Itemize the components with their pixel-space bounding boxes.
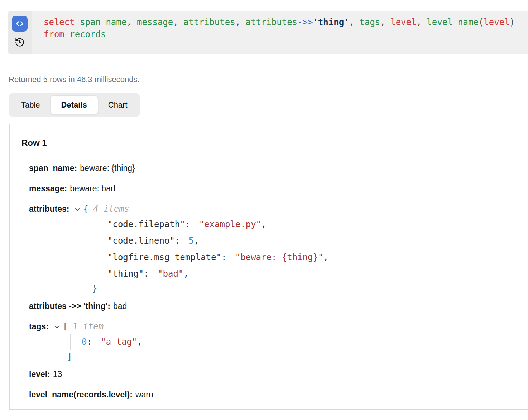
query-status-text: Returned 5 rows in 46.3 milliseconds. <box>9 75 140 84</box>
attributes-json-body: "code.filepath": "example.py", "code.lin… <box>96 216 514 282</box>
field-value: bad <box>113 301 127 311</box>
json-colon: : <box>185 219 199 229</box>
field-label: attributes ->> 'thing': <box>29 301 110 311</box>
json-value: 5 <box>189 236 194 246</box>
json-entry: "code.filepath": "example.py", <box>107 216 514 233</box>
json-key: "code.lineno" <box>107 236 175 246</box>
sql-token-punct: , <box>416 17 421 27</box>
json-comma: , <box>194 236 199 246</box>
json-key: "thing" <box>107 269 144 279</box>
json-colon: : <box>175 236 189 246</box>
tags-json-head: tags: [ 1 item <box>29 322 514 331</box>
field-label: message: <box>29 184 67 193</box>
field-label: attributes: <box>29 204 69 214</box>
sql-line-2: from records <box>44 28 524 40</box>
tab-chart[interactable]: Chart <box>98 95 138 115</box>
sql-editor-input[interactable]: select span_name, message, attributes, a… <box>32 11 528 54</box>
field-label: tags: <box>29 322 49 331</box>
open-bracket: [ <box>63 322 68 331</box>
json-value: "a tag" <box>101 337 137 347</box>
json-value: "bad" <box>158 269 183 279</box>
item-count: 1 item <box>72 322 104 331</box>
sql-token-identifier: tags <box>354 17 380 27</box>
sql-token-identifier: attributes <box>240 17 297 27</box>
json-comma: , <box>137 337 142 347</box>
sql-token-string: 'thing' <box>313 17 349 27</box>
json-colon: : <box>221 252 235 262</box>
sql-token-punct: ) <box>510 17 515 27</box>
open-brace: { <box>83 204 88 214</box>
history-icon <box>15 37 25 47</box>
field-label: level: <box>29 369 50 379</box>
field-level: level:13 <box>29 369 514 379</box>
sql-token-identifier: span_name <box>75 17 127 27</box>
json-index: 0 <box>82 337 87 347</box>
sql-token-identifier: records <box>64 29 106 39</box>
field-value: beware: bad <box>70 184 115 193</box>
row-header: Row 1 <box>21 138 514 148</box>
json-entry: "thing": "bad", <box>107 266 514 282</box>
sql-token-punct: , <box>380 17 385 27</box>
view-tabs: Table Details Chart <box>9 93 140 117</box>
code-icon <box>15 19 24 28</box>
sql-token-identifier: level_name <box>422 17 479 27</box>
code-editor-button[interactable] <box>12 16 28 32</box>
query-editor-gutter <box>8 11 32 54</box>
close-bracket: ] <box>67 350 514 363</box>
item-count: 4 items <box>93 204 129 214</box>
sql-token-punct: , <box>126 17 131 27</box>
sql-token-punct: , <box>173 17 178 27</box>
sql-token-punct: , <box>235 17 240 27</box>
field-attributes: attributes: { 4 items "code.filepath": "… <box>29 204 514 295</box>
json-comma: , <box>323 252 328 262</box>
sql-token-keyword: level <box>484 17 509 27</box>
json-colon: : <box>87 337 101 347</box>
close-brace: } <box>92 282 514 295</box>
sql-token-identifier: message <box>132 17 173 27</box>
chevron-down-icon[interactable] <box>74 206 81 213</box>
query-history-button[interactable] <box>14 37 25 48</box>
tags-json-body: 0: "a tag", <box>70 334 514 350</box>
json-value: "beware: {thing}" <box>235 252 323 262</box>
field-tags: tags: [ 1 item 0: "a tag", ] <box>29 322 514 363</box>
sql-line-1: select span_name, message, attributes, a… <box>44 16 524 28</box>
field-label: level_name(records.level): <box>29 390 133 399</box>
field-span-name: span_name:beware: {thing} <box>29 163 514 173</box>
chevron-down-icon[interactable] <box>54 324 60 330</box>
details-panel: Row 1 span_name:beware: {thing} message:… <box>9 124 528 410</box>
field-value: beware: {thing} <box>80 163 135 173</box>
page: select span_name, message, attributes, a… <box>0 0 528 420</box>
field-attributes-thing: attributes ->> 'thing':bad <box>29 301 514 311</box>
field-label: span_name: <box>29 163 77 173</box>
field-value: 13 <box>53 369 62 379</box>
sql-token-operator: ->> <box>297 17 313 27</box>
json-value: "example.py" <box>199 219 261 229</box>
sql-token-punct: ( <box>479 17 484 27</box>
field-value: warn <box>135 390 153 399</box>
json-key: "logfire.msg_template" <box>107 252 221 262</box>
json-colon: : <box>144 269 158 279</box>
sql-token-punct: , <box>349 17 354 27</box>
row-fields: span_name:beware: {thing} message:beware… <box>29 163 514 400</box>
sql-token-keyword: from <box>44 29 64 39</box>
sql-token-keyword: level <box>385 17 417 27</box>
json-key: "code.filepath" <box>107 219 185 229</box>
json-entry: "code.lineno": 5, <box>107 233 514 249</box>
tab-details[interactable]: Details <box>50 95 98 115</box>
json-comma: , <box>261 219 266 229</box>
json-comma: , <box>183 269 188 279</box>
sql-token-keyword: select <box>44 17 75 27</box>
attributes-json-head: attributes: { 4 items <box>29 204 514 214</box>
json-entry: "logfire.msg_template": "beware: {thing}… <box>107 249 514 266</box>
field-level-name: level_name(records.level):warn <box>29 390 514 400</box>
sql-token-identifier: attributes <box>178 17 235 27</box>
query-editor-bar: select span_name, message, attributes, a… <box>8 11 528 54</box>
json-entry: 0: "a tag", <box>82 334 514 350</box>
tab-table[interactable]: Table <box>11 95 50 115</box>
field-message: message:beware: bad <box>29 184 514 194</box>
